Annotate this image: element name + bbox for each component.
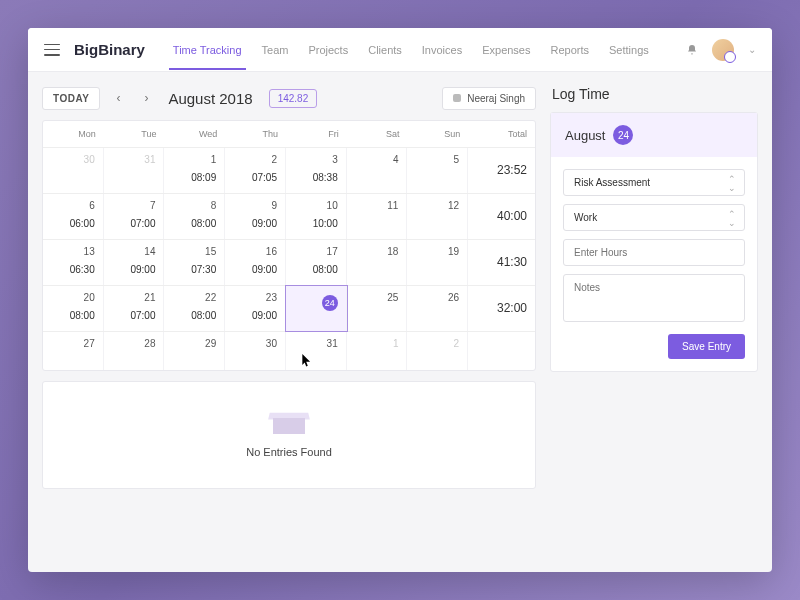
save-entry-button[interactable]: Save Entry [668, 334, 745, 359]
calendar-day-cell[interactable]: 2208:00 [164, 286, 225, 331]
calendar-week-row: 1306:301409:001507:301609:001708:0018194… [43, 240, 535, 286]
nav-item-time-tracking[interactable]: Time Tracking [173, 30, 242, 70]
brand-logo: BigBinary [74, 41, 145, 58]
calendar-day-cell[interactable]: 207:05 [225, 148, 286, 193]
next-month-button[interactable]: › [136, 86, 156, 110]
log-day-badge: 24 [613, 125, 633, 145]
calendar-week-row: 272829303112 [43, 332, 535, 370]
calendar-day-cell[interactable]: 909:00 [225, 194, 286, 239]
notifications-icon[interactable] [686, 43, 698, 57]
calendar-day-cell[interactable]: 24 [286, 286, 347, 331]
log-time-heading: Log Time [550, 86, 758, 102]
calendar-week-row: 2008:002107:002208:002309:0024252632:00 [43, 286, 535, 332]
calendar-grid: MonTueWedThuFriSatSunTotal 3031108:09207… [42, 120, 536, 371]
topbar: BigBinary Time TrackingTeamProjectsClien… [28, 28, 772, 72]
calendar-day-cell[interactable]: 19 [407, 240, 468, 285]
calendar-day-cell[interactable]: 30 [43, 148, 104, 193]
day-header: Fri [286, 121, 347, 147]
total-hours-badge: 142.82 [269, 89, 318, 108]
hours-input[interactable] [563, 239, 745, 266]
prev-month-button[interactable]: ‹ [108, 86, 128, 110]
calendar-day-cell[interactable]: 12 [407, 194, 468, 239]
calendar-day-cell[interactable]: 31 [104, 148, 165, 193]
week-total-cell [468, 332, 535, 370]
empty-entries-text: No Entries Found [73, 446, 505, 458]
day-header: Mon [43, 121, 104, 147]
calendar-day-cell[interactable]: 2 [407, 332, 468, 370]
task-select[interactable]: Work [563, 204, 745, 231]
calendar-day-cell[interactable]: 1010:00 [286, 194, 347, 239]
week-total-cell: 23:52 [468, 148, 535, 193]
nav-item-team[interactable]: Team [262, 30, 289, 70]
calendar-day-cell[interactable]: 11 [347, 194, 408, 239]
log-time-sidebar: Log Time August 24 Risk Assessment Work … [550, 86, 758, 558]
day-header: Sun [407, 121, 468, 147]
log-time-panel: August 24 Risk Assessment Work Save Entr… [550, 112, 758, 372]
empty-entries-panel: No Entries Found [42, 381, 536, 489]
calendar-day-cell[interactable]: 707:00 [104, 194, 165, 239]
calendar-day-cell[interactable]: 1708:00 [286, 240, 347, 285]
day-header: Tue [104, 121, 165, 147]
calendar-day-cell[interactable]: 28 [104, 332, 165, 370]
calendar-day-cell[interactable]: 808:00 [164, 194, 225, 239]
calendar-day-cell[interactable]: 108:09 [164, 148, 225, 193]
nav-item-invoices[interactable]: Invoices [422, 30, 462, 70]
calendar-day-cell[interactable]: 30 [225, 332, 286, 370]
day-header: Wed [164, 121, 225, 147]
empty-box-icon [273, 412, 305, 434]
week-total-cell: 41:30 [468, 240, 535, 285]
topbar-right: ⌄ [686, 39, 756, 61]
app-window: BigBinary Time TrackingTeamProjectsClien… [28, 28, 772, 572]
calendar-header: TODAY ‹ › August 2018 142.82 Neeraj Sing… [42, 86, 536, 110]
today-button[interactable]: TODAY [42, 87, 100, 110]
notes-textarea[interactable] [563, 274, 745, 322]
calendar-week-row: 3031108:09207:05308:384523:52 [43, 148, 535, 194]
calendar-day-cell[interactable]: 1609:00 [225, 240, 286, 285]
content-area: TODAY ‹ › August 2018 142.82 Neeraj Sing… [28, 72, 772, 572]
log-form: Risk Assessment Work Save Entry [551, 157, 757, 371]
week-total-cell: 32:00 [468, 286, 535, 331]
calendar-day-cell[interactable]: 2309:00 [225, 286, 286, 331]
calendar-day-cell[interactable]: 5 [407, 148, 468, 193]
calendar-day-cell[interactable]: 27 [43, 332, 104, 370]
day-header: Sat [347, 121, 408, 147]
calendar-day-cell[interactable]: 308:38 [286, 148, 347, 193]
calendar-day-cell[interactable]: 2008:00 [43, 286, 104, 331]
calendar-day-cell[interactable]: 2107:00 [104, 286, 165, 331]
calendar-day-cell[interactable]: 31 [286, 332, 347, 370]
log-date-header: August 24 [551, 113, 757, 157]
calendar-day-cell[interactable]: 1306:30 [43, 240, 104, 285]
calendar-day-cell[interactable]: 1 [347, 332, 408, 370]
calendar-header-row: MonTueWedThuFriSatSunTotal [43, 121, 535, 148]
nav-item-expenses[interactable]: Expenses [482, 30, 530, 70]
day-header: Total [468, 121, 535, 147]
calendar-day-cell[interactable]: 606:00 [43, 194, 104, 239]
week-total-cell: 40:00 [468, 194, 535, 239]
main-nav: Time TrackingTeamProjectsClientsInvoices… [173, 30, 649, 70]
hamburger-icon[interactable] [44, 44, 60, 56]
nav-item-reports[interactable]: Reports [550, 30, 589, 70]
nav-item-settings[interactable]: Settings [609, 30, 649, 70]
nav-item-clients[interactable]: Clients [368, 30, 402, 70]
month-title: August 2018 [168, 90, 252, 107]
calendar-day-cell[interactable]: 1409:00 [104, 240, 165, 285]
calendar-day-cell[interactable]: 25 [347, 286, 408, 331]
calendar-day-cell[interactable]: 18 [347, 240, 408, 285]
user-avatar[interactable] [712, 39, 734, 61]
calendar-week-row: 606:00707:00808:00909:001010:00111240:00 [43, 194, 535, 240]
main-column: TODAY ‹ › August 2018 142.82 Neeraj Sing… [42, 86, 536, 558]
calendar-day-cell[interactable]: 26 [407, 286, 468, 331]
user-menu-chevron-icon[interactable]: ⌄ [748, 44, 756, 55]
user-filter-dropdown[interactable]: Neeraj Singh [442, 87, 536, 110]
log-month-label: August [565, 128, 605, 143]
calendar-day-cell[interactable]: 29 [164, 332, 225, 370]
calendar-day-cell[interactable]: 1507:30 [164, 240, 225, 285]
nav-item-projects[interactable]: Projects [308, 30, 348, 70]
project-select[interactable]: Risk Assessment [563, 169, 745, 196]
day-header: Thu [225, 121, 286, 147]
calendar-day-cell[interactable]: 4 [347, 148, 408, 193]
